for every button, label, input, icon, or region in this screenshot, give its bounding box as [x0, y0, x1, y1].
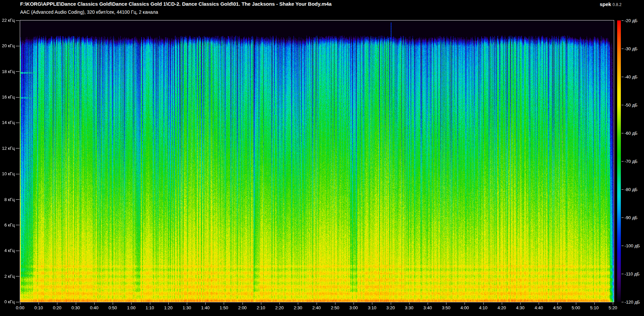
freq-tick-label: 16 кГц	[0, 95, 15, 100]
time-tick	[243, 303, 243, 305]
time-tick-label: 5:20	[605, 305, 620, 310]
app-brand: spek0.8.2	[600, 1, 622, 7]
time-tick-label: 1:00	[124, 305, 139, 310]
time-tick-label: 4:20	[494, 305, 509, 310]
db-tick	[622, 246, 624, 246]
db-tick-label: -40 дБ	[625, 74, 638, 79]
time-tick-label: 2:20	[272, 305, 287, 310]
time-tick-label: 3:20	[383, 305, 398, 310]
freq-tick	[16, 276, 19, 276]
time-tick	[57, 303, 57, 305]
time-tick-label: 1:20	[161, 305, 176, 310]
time-tick	[354, 303, 354, 305]
time-tick-label: 0:00	[13, 305, 28, 310]
time-tick	[539, 303, 539, 305]
db-tick-label: -20 дБ	[625, 18, 638, 23]
freq-tick	[16, 97, 19, 98]
time-tick	[428, 303, 428, 305]
time-tick	[372, 303, 372, 305]
file-path-title: F:\KORG\APPLE\Dance Classics Gold\Dance …	[20, 1, 332, 7]
freq-tick-label: 22 кГц	[0, 18, 15, 23]
app-name: spek	[600, 1, 611, 7]
time-tick-label: 1:50	[216, 305, 231, 310]
db-tick-label: -80 дБ	[625, 187, 638, 192]
time-tick-label: 2:40	[309, 305, 324, 310]
db-tick	[622, 161, 624, 162]
colorbar-gradient	[617, 20, 621, 302]
freq-tick	[16, 199, 19, 200]
time-tick	[317, 303, 317, 305]
time-tick-label: 4:00	[457, 305, 472, 310]
time-tick-label: 2:30	[290, 305, 305, 310]
time-tick-label: 4:50	[550, 305, 565, 310]
time-tick-label: 3:10	[365, 305, 379, 310]
db-tick	[622, 105, 624, 105]
db-tick-label: -120 дБ	[625, 300, 640, 305]
time-tick	[224, 303, 224, 305]
time-tick	[205, 303, 206, 305]
time-tick	[39, 303, 39, 305]
db-tick-label: -60 дБ	[625, 131, 638, 136]
time-tick-label: 4:10	[476, 305, 491, 310]
db-tick-label: -90 дБ	[625, 215, 638, 220]
time-tick-label: 3:30	[402, 305, 417, 310]
db-tick	[622, 133, 624, 133]
time-tick	[150, 303, 150, 305]
freq-tick	[16, 225, 19, 225]
freq-tick-label: 20 кГц	[0, 44, 15, 48]
time-tick-label: 3:50	[439, 305, 453, 310]
time-tick-label: 2:50	[328, 305, 342, 310]
db-tick	[622, 189, 624, 190]
freq-tick	[16, 46, 19, 46]
time-tick-label: 2:10	[254, 305, 268, 310]
freq-tick	[16, 251, 19, 251]
freq-tick-label: 2 кГц	[0, 274, 15, 279]
time-tick	[502, 303, 502, 305]
time-tick-label: 3:40	[420, 305, 435, 310]
time-tick-label: 1:10	[143, 305, 157, 310]
freq-tick-label: 6 кГц	[0, 223, 15, 228]
time-tick	[409, 303, 410, 305]
freq-tick-label: 0 кГц	[0, 300, 15, 304]
time-tick-label: 4:30	[513, 305, 528, 310]
freq-tick-label: 12 кГц	[0, 146, 15, 151]
time-tick	[113, 303, 113, 305]
time-tick	[131, 303, 131, 305]
time-tick	[187, 303, 187, 305]
time-tick	[168, 303, 169, 305]
spectrogram-canvas	[20, 20, 614, 302]
db-tick	[622, 77, 624, 77]
db-tick-label: -100 дБ	[625, 243, 640, 248]
db-tick	[622, 20, 624, 21]
db-tick	[622, 274, 624, 274]
time-tick	[483, 303, 484, 305]
time-tick-label: 4:40	[531, 305, 546, 310]
time-tick	[279, 303, 280, 305]
freq-tick-label: 10 кГц	[0, 172, 15, 176]
freq-tick	[16, 20, 19, 21]
time-tick	[613, 303, 613, 305]
time-tick	[446, 303, 446, 305]
time-tick-label: 1:30	[179, 305, 194, 310]
time-tick-label: 0:10	[31, 305, 46, 310]
time-tick-label: 5:10	[587, 305, 602, 310]
time-tick	[520, 303, 521, 305]
freq-tick	[16, 148, 19, 148]
freq-tick-label: 4 кГц	[0, 248, 15, 253]
audio-stream-info: AAC (Advanced Audio Coding), 320 кбит/се…	[20, 9, 158, 15]
freq-tick-label: 18 кГц	[0, 69, 15, 74]
time-tick	[298, 303, 298, 305]
time-tick	[76, 303, 76, 305]
time-tick-label: 2:00	[235, 305, 250, 310]
freq-tick-label: 8 кГц	[0, 197, 15, 202]
time-tick	[594, 303, 595, 305]
freq-tick	[16, 123, 19, 123]
db-tick-label: -30 дБ	[625, 46, 638, 51]
spectrogram-plot	[20, 20, 614, 302]
time-tick	[557, 303, 558, 305]
time-tick-label: 1:40	[198, 305, 213, 310]
time-tick	[261, 303, 261, 305]
freq-tick	[16, 174, 19, 174]
time-tick-label: 0:40	[87, 305, 102, 310]
freq-tick-label: 14 кГц	[0, 120, 15, 125]
